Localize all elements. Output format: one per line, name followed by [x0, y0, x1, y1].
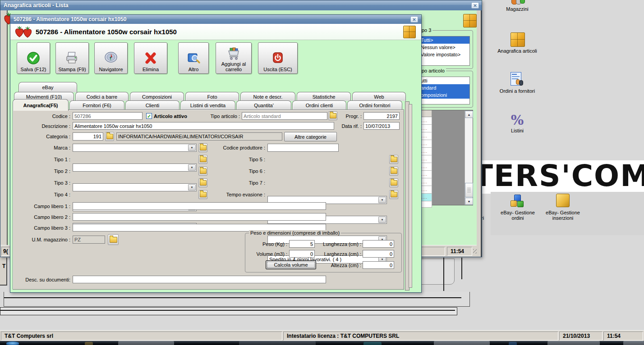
altre-categorie-button[interactable]: Altre categorie [284, 132, 337, 141]
desktop-icon-anagrafica-articoli[interactable]: Anagrafica articoli [494, 32, 540, 56]
print-button[interactable]: Stampa (F9) [55, 42, 89, 74]
lunghezza-field[interactable]: 0 [363, 240, 394, 248]
lista-titlebar[interactable]: Anagrafica articoli - Lista [0, 0, 482, 10]
articolo-attivo-checkbox[interactable]: ✓ [146, 113, 152, 119]
tab-listini-di-vendita[interactable]: Listini di vendita [180, 100, 235, 110]
tipo1-folder-button[interactable] [198, 155, 207, 164]
taskbar[interactable] [0, 341, 644, 345]
tab-clienti[interactable]: Clienti [125, 100, 179, 110]
tab-statistiche[interactable]: Statistiche [297, 92, 351, 101]
tab-ebay[interactable]: eBay [18, 82, 77, 92]
tab-codici-a-barre[interactable]: Codici a barre [75, 92, 129, 101]
lista-close-button[interactable]: ✕ [471, 2, 479, 9]
scroll-up-button[interactable]: ▲ [465, 111, 473, 118]
other-button[interactable]: Altro [178, 42, 209, 74]
dropdown-icon[interactable]: ▼ [188, 145, 196, 151]
taskbar-button[interactable] [509, 342, 517, 345]
add-to-cart-button[interactable]: Aggiungi al carrello [216, 42, 252, 74]
um-magazzino-folder-button[interactable] [108, 234, 119, 245]
tipo1-combo[interactable]: ▼ [73, 163, 197, 172]
taskbar-button[interactable] [118, 341, 174, 345]
save-button[interactable]: Salva (F12) [17, 42, 50, 74]
tab-fornitori[interactable]: Fornitori (F6) [69, 100, 124, 110]
desktop-icon-label: inserzioni [539, 215, 586, 221]
tab-ordini-clienti[interactable]: Ordini clienti [292, 100, 346, 110]
desc-su-documenti-field[interactable] [73, 276, 326, 283]
grid-scrollbar[interactable]: ▲ ▼ [465, 111, 473, 205]
list-item[interactable]: Nessun valore> [420, 44, 469, 51]
tipo3-folder-button[interactable] [198, 178, 207, 187]
campo-libero2-field[interactable] [73, 213, 326, 221]
taskbar-button[interactable] [239, 341, 316, 345]
taskbar-button[interactable] [623, 341, 644, 345]
navigator-button[interactable]: Navigatore [94, 42, 128, 74]
dropdown-icon[interactable]: ▼ [378, 217, 386, 223]
taskbar-button[interactable] [363, 342, 382, 345]
dropdown-icon[interactable]: ▼ [188, 164, 196, 171]
tempo-evasione-folder-button[interactable] [389, 190, 398, 199]
codice-field[interactable]: 507286 [73, 112, 143, 120]
tipo2-combo[interactable]: ▼ [73, 183, 197, 191]
tipo-articolo-field[interactable]: Articolo standard [242, 112, 327, 120]
categoria-folder-button[interactable] [105, 132, 114, 141]
marca-folder-button[interactable] [198, 143, 207, 152]
codice-produttore-field[interactable] [267, 144, 339, 152]
progr-field[interactable]: 2197 [363, 112, 400, 120]
tipo6-folder-button[interactable] [389, 167, 398, 176]
tipo5-folder-button[interactable] [389, 155, 398, 164]
list-item[interactable]: andard [420, 84, 469, 91]
calcola-volume-button[interactable]: Calcola volume [266, 260, 316, 269]
detail-close-button[interactable]: ✕ [410, 16, 418, 23]
list-item[interactable]: omposizioni [420, 91, 469, 99]
scroll-down-button[interactable]: ▼ [465, 198, 473, 205]
peso-field[interactable]: 5 [289, 240, 315, 248]
descrizione-field[interactable]: Alimentatore 1050w corsair hx1050 [73, 122, 334, 130]
data-rif-field[interactable]: 10/07/2013 [363, 122, 400, 130]
larghezza-field[interactable]: 0 [363, 250, 394, 258]
desktop-icon-label: Ordini a fornitori [494, 88, 540, 94]
categoria-field[interactable]: 191 [73, 132, 103, 141]
wallpaper-brand-text: TERS'COMPUTE [473, 159, 644, 193]
desktop-icon-magazzini[interactable]: Magazzini [503, 0, 531, 14]
gold-box-icon [403, 26, 416, 38]
screen: TERS'COMPUTE Magazzini Anagrafica artico… [0, 0, 644, 345]
scrollbar-thumb[interactable] [465, 183, 473, 197]
delete-button[interactable]: Elimina [134, 42, 167, 74]
desktop-icon-listini[interactable]: % Listini [499, 113, 536, 137]
tipo3-listbox[interactable]: Tutti> Nessun valore> Valore impostato> [419, 36, 470, 66]
volume-field[interactable]: 0 [289, 250, 315, 258]
tab-anagrafica[interactable]: Anagrafica(F5) [13, 99, 69, 111]
detail-titlebar[interactable]: 507286 - Alimentatore 1050w corsair hx10… [10, 15, 421, 24]
desktop-icon-ebay-inserzioni[interactable]: eBay- Gestione inserzioni [539, 194, 586, 223]
campo-libero1-field[interactable] [73, 202, 326, 210]
button-label: Altre categorie [294, 134, 327, 140]
list-item[interactable]: Valore impostato> [420, 51, 469, 58]
start-orb-icon[interactable] [6, 341, 19, 345]
detail-header: 507286 - Alimentatore 1050w corsair hx10… [10, 24, 421, 40]
tipo-articolo-folder-button[interactable] [328, 111, 337, 120]
exit-button[interactable]: Uscita (ESC) [258, 42, 298, 74]
um-magazzino-field[interactable]: PZ [73, 236, 105, 244]
desktop-icon-ordini-fornitori[interactable]: Ordini a fornitori [494, 72, 540, 96]
dropdown-icon[interactable]: ▼ [378, 197, 386, 203]
taskbar-button[interactable] [547, 341, 600, 345]
tab-quantita[interactable]: Quantita' [236, 100, 291, 110]
tab-web[interactable]: Web [352, 92, 406, 101]
list-item[interactable]: utti [420, 77, 469, 84]
tipo2-folder-button[interactable] [198, 167, 207, 176]
tipo7-folder-button[interactable] [389, 178, 398, 187]
tab-composizioni[interactable]: Composizioni [130, 92, 184, 101]
altezza-field[interactable]: 0 [363, 261, 394, 269]
articles-grid[interactable]: -.... -.... -.... -.... -.... -.... -...… [418, 110, 473, 205]
marca-combo[interactable]: ▼ [73, 144, 197, 152]
tab-foto[interactable]: Foto [185, 92, 239, 101]
taskbar-button[interactable] [85, 342, 93, 345]
desktop-icon-ebay-ordini[interactable]: eBay- Gestione ordini [494, 195, 541, 224]
tab-note-e-descr[interactable]: Note e descr. [240, 92, 295, 101]
tipo-articolo-listbox[interactable]: utti andard omposizioni [419, 77, 470, 104]
list-item[interactable]: Tutti> [420, 36, 469, 44]
percent-icon: % [511, 112, 524, 128]
tab-ordini-fornitori[interactable]: Ordini fornitori [347, 100, 402, 110]
dropdown-icon[interactable]: ▼ [188, 184, 196, 191]
taskbar-button[interactable] [434, 341, 490, 345]
